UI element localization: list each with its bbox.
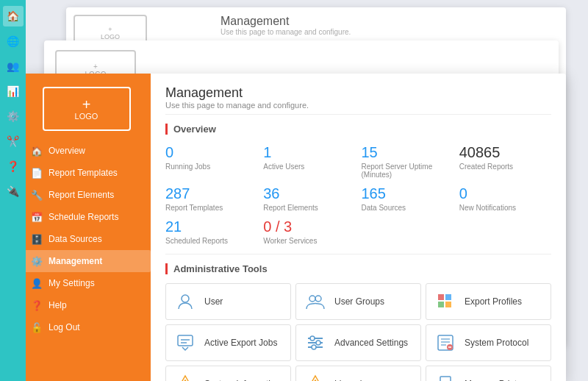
svg-point-13 bbox=[316, 341, 320, 345]
strip-icon-power[interactable]: 🔌 bbox=[3, 181, 24, 202]
svg-rect-4 bbox=[445, 294, 451, 300]
sidebar-item-logout[interactable]: 🔓 Log Out bbox=[22, 316, 151, 338]
sidebar-item-report-templates[interactable]: 📄 Report Templates bbox=[22, 162, 151, 184]
admin-item-system-information[interactable]: System Information bbox=[165, 366, 291, 381]
svg-rect-5 bbox=[438, 302, 444, 307]
strip-icon-users[interactable]: 👥 bbox=[3, 56, 24, 76]
admin-item-system-protocol[interactable]: System Protocol bbox=[426, 324, 551, 361]
sidebar-label-data-sources: Data Sources bbox=[49, 234, 102, 244]
sidebar-item-help[interactable]: ❓ Help bbox=[22, 294, 151, 316]
admin-item-export-profiles[interactable]: Export Profiles bbox=[426, 283, 551, 320]
svg-rect-6 bbox=[445, 302, 451, 307]
logo-box[interactable]: + LOGO bbox=[43, 87, 131, 131]
stat-active-users: 1 Active Users bbox=[263, 143, 355, 179]
admin-label-advanced-settings: Advanced Settings bbox=[334, 338, 408, 348]
sidebar-item-overview[interactable]: 🏠 Overview bbox=[22, 140, 151, 162]
admin-item-user-groups[interactable]: User Groups bbox=[295, 283, 421, 320]
strip-icon-gear[interactable]: ⚙️ bbox=[3, 106, 24, 127]
sidebar-item-data-sources[interactable]: 🗄️ Data Sources bbox=[22, 228, 151, 250]
svg-point-2 bbox=[315, 296, 321, 302]
user-icon bbox=[173, 290, 197, 313]
management-icon: ⚙️ bbox=[31, 255, 43, 267]
svg-point-0 bbox=[182, 295, 189, 302]
svg-point-1 bbox=[309, 296, 315, 302]
sidebar-item-report-elements[interactable]: 🔧 Report Elements bbox=[22, 184, 151, 206]
admin-label-export-profiles: Export Profiles bbox=[465, 296, 522, 307]
stat-value-worker-services: 0 / 3 bbox=[263, 218, 355, 235]
sidebar-label-logout: Log Out bbox=[49, 322, 80, 332]
sidebar-label-report-elements: Report Elements bbox=[49, 190, 114, 200]
logo-plus: + bbox=[82, 97, 91, 112]
manage-printers-icon bbox=[434, 372, 457, 381]
stat-value-report-templates: 287 bbox=[165, 185, 257, 202]
strip-icon-globe[interactable]: 🌐 bbox=[3, 31, 24, 51]
sidebar-label-help: Help bbox=[49, 300, 67, 310]
svg-point-11 bbox=[310, 336, 315, 341]
stat-label-report-templates: Report Templates bbox=[165, 204, 257, 212]
strip-icon-help[interactable]: ❓ bbox=[3, 156, 24, 177]
stat-running-jobs: 0 Running Jobs bbox=[165, 143, 257, 179]
strip-icon-scissors[interactable]: ✂️ bbox=[3, 131, 24, 152]
stat-value-created-reports: 40865 bbox=[459, 143, 551, 161]
stat-worker-services: 0 / 3 Worker Services bbox=[263, 218, 355, 245]
help-icon: ❓ bbox=[31, 299, 43, 311]
stat-label-active-users: Active Users bbox=[263, 163, 355, 171]
sidebar: + LOGO 🏠 Overview 📄 Report Templates 🔧 R… bbox=[22, 74, 151, 381]
sidebar-label-my-settings: My Settings bbox=[49, 278, 95, 288]
stat-value-report-elements: 36 bbox=[263, 185, 355, 202]
main-panel: + LOGO 🏠 Overview 📄 Report Templates 🔧 R… bbox=[22, 74, 566, 381]
active-export-jobs-icon bbox=[173, 331, 197, 355]
svg-point-15 bbox=[312, 345, 316, 349]
stat-created-reports: 40865 Created Reports bbox=[459, 143, 551, 179]
strip-icon-chart[interactable]: 📊 bbox=[3, 81, 24, 102]
logout-icon: 🔓 bbox=[31, 321, 43, 333]
stat-label-report-elements: Report Elements bbox=[263, 204, 355, 212]
stats-grid: 0 Running Jobs 1 Active Users 15 Report … bbox=[165, 143, 551, 245]
admin-item-user[interactable]: User bbox=[165, 283, 291, 320]
svg-rect-3 bbox=[438, 294, 444, 300]
stat-value-scheduled-reports: 21 bbox=[165, 218, 257, 235]
stat-label-uptime: Report Server Uptime (Minutes) bbox=[362, 163, 453, 179]
sidebar-label-report-templates: Report Templates bbox=[49, 168, 118, 178]
sidebar-label-overview: Overview bbox=[49, 146, 85, 156]
stat-label-data-sources: Data Sources bbox=[362, 204, 453, 212]
admin-item-advanced-settings[interactable]: Advanced Settings bbox=[295, 324, 421, 361]
admin-tools-grid: User User Groups bbox=[165, 283, 551, 381]
admin-item-licensing[interactable]: Licensing bbox=[295, 366, 421, 381]
stat-label-running-jobs: Running Jobs bbox=[165, 163, 257, 171]
sidebar-item-management[interactable]: ⚙️ Management bbox=[22, 250, 151, 272]
svg-rect-7 bbox=[178, 335, 193, 346]
admin-label-active-export-jobs: Active Export Jobs bbox=[204, 338, 277, 348]
licensing-icon bbox=[304, 372, 327, 381]
logo-label: LOGO bbox=[75, 112, 98, 121]
admin-item-manage-printers[interactable]: Manage Printers bbox=[426, 366, 551, 381]
admin-tools-section: Administrative Tools User bbox=[165, 263, 551, 381]
page-title: Management bbox=[165, 85, 551, 101]
stat-value-new-notifications: 0 bbox=[459, 185, 551, 202]
page-header: Management Use this page to manage and c… bbox=[165, 85, 551, 115]
svg-rect-28 bbox=[440, 377, 451, 381]
main-content: Management Use this page to manage and c… bbox=[151, 74, 566, 381]
admin-section-title: Administrative Tools bbox=[165, 263, 551, 274]
icon-strip: 🏠 🌐 👥 📊 ⚙️ ✂️ ❓ 🔌 bbox=[0, 0, 26, 381]
bg-subtitle-3: Use this page to manage and configure. bbox=[220, 28, 351, 36]
page-subtitle: Use this page to manage and configure. bbox=[165, 101, 551, 110]
data-sources-icon: 🗄️ bbox=[31, 233, 43, 245]
sidebar-nav: 🏠 Overview 📄 Report Templates 🔧 Report E… bbox=[22, 140, 151, 338]
schedule-reports-icon: 📅 bbox=[31, 211, 43, 223]
bg-header-3: Management Use this page to manage and c… bbox=[220, 15, 351, 36]
stat-label-new-notifications: New Notifications bbox=[459, 204, 551, 212]
stat-report-elements: 36 Report Elements bbox=[263, 185, 355, 212]
admin-label-user: User bbox=[204, 296, 223, 307]
stat-scheduled-reports: 21 Scheduled Reports bbox=[165, 218, 257, 245]
overview-icon: 🏠 bbox=[31, 145, 43, 157]
stat-data-sources: 165 Data Sources bbox=[362, 185, 453, 212]
sidebar-item-my-settings[interactable]: 👤 My Settings bbox=[22, 272, 151, 294]
system-protocol-icon bbox=[434, 331, 457, 355]
strip-icon-home[interactable]: 🏠 bbox=[3, 6, 24, 26]
admin-label-system-protocol: System Protocol bbox=[465, 338, 528, 348]
section-divider bbox=[165, 254, 551, 254]
sidebar-label-schedule-reports: Schedule Reports bbox=[49, 212, 118, 222]
sidebar-item-schedule-reports[interactable]: 📅 Schedule Reports bbox=[22, 206, 151, 228]
admin-item-active-export-jobs[interactable]: Active Export Jobs bbox=[165, 324, 291, 361]
